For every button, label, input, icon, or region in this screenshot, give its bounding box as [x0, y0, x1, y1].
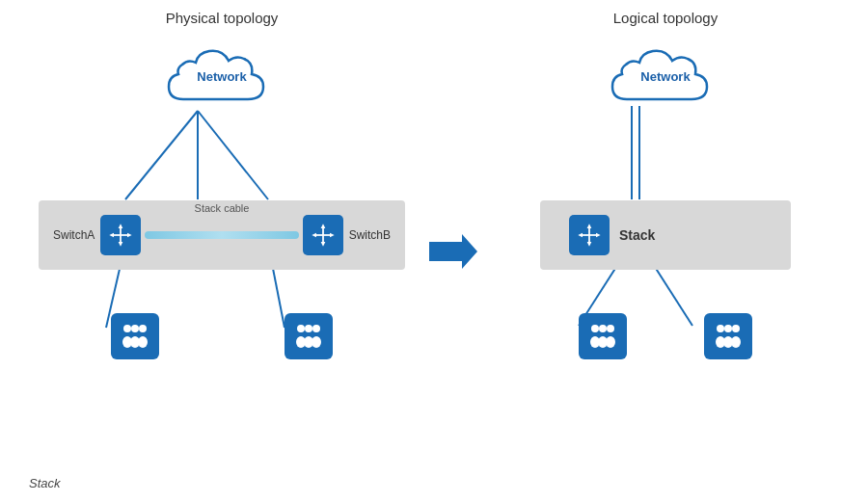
logical-topology-section: Logical topology Network: [482, 0, 849, 502]
left-users-b-icon: [285, 313, 333, 359]
left-users-a-svg: [118, 319, 152, 354]
svg-marker-21: [429, 234, 477, 269]
left-cloud-svg: [159, 41, 285, 114]
left-switch-band: Stack cable SwitchA: [39, 200, 405, 270]
svg-point-35: [724, 325, 732, 332]
svg-point-30: [607, 325, 614, 332]
stack-cable-label: Stack cable: [195, 202, 250, 214]
stack-cable: [145, 227, 298, 243]
right-arrow-icon: [429, 234, 477, 269]
right-cloud-svg: [603, 41, 728, 114]
stack-switch-arrows: [576, 222, 603, 249]
main-container: Physical topology Network: [0, 0, 868, 502]
right-cloud: Network: [603, 41, 728, 114]
svg-point-28: [591, 325, 599, 332]
right-users-a-svg: [585, 319, 620, 354]
svg-point-10: [131, 325, 139, 332]
svg-point-11: [139, 325, 147, 332]
left-users-a-icon: [111, 313, 159, 359]
switch-a-arrows: [107, 222, 134, 249]
stack-cable-line: [145, 231, 298, 239]
physical-topology-section: Physical topology Network: [19, 0, 424, 502]
switch-b-label: SwitchB: [349, 228, 391, 242]
svg-point-14: [138, 336, 148, 348]
right-users-b-icon: [704, 313, 752, 359]
stack-label: Stack: [619, 227, 655, 243]
bottom-stack-label: Stack: [29, 476, 61, 490]
left-cloud: Network: [159, 41, 285, 114]
svg-point-17: [312, 325, 320, 332]
svg-point-39: [731, 336, 741, 348]
svg-point-15: [297, 325, 305, 332]
switch-b-arrows: [310, 222, 337, 249]
switch-b-icon: [303, 215, 343, 255]
svg-point-20: [312, 336, 321, 348]
svg-point-29: [599, 325, 607, 332]
left-users-b-svg: [291, 319, 326, 354]
physical-topology-title: Physical topology: [166, 10, 279, 26]
right-users-b-svg: [711, 319, 746, 354]
switch-a-label: SwitchA: [53, 228, 95, 242]
arrow-container: [424, 234, 482, 269]
right-stack-band: Stack: [540, 200, 791, 270]
right-users-a-icon: [579, 313, 627, 359]
svg-point-16: [305, 325, 312, 332]
switch-a-icon: [100, 215, 141, 255]
svg-line-2: [198, 111, 268, 199]
svg-point-33: [606, 336, 615, 348]
logical-topology-title: Logical topology: [613, 10, 718, 26]
svg-line-1: [125, 111, 198, 199]
svg-point-9: [123, 325, 131, 332]
svg-point-34: [717, 325, 724, 332]
stack-switch-icon: [569, 215, 610, 255]
svg-point-36: [732, 325, 740, 332]
